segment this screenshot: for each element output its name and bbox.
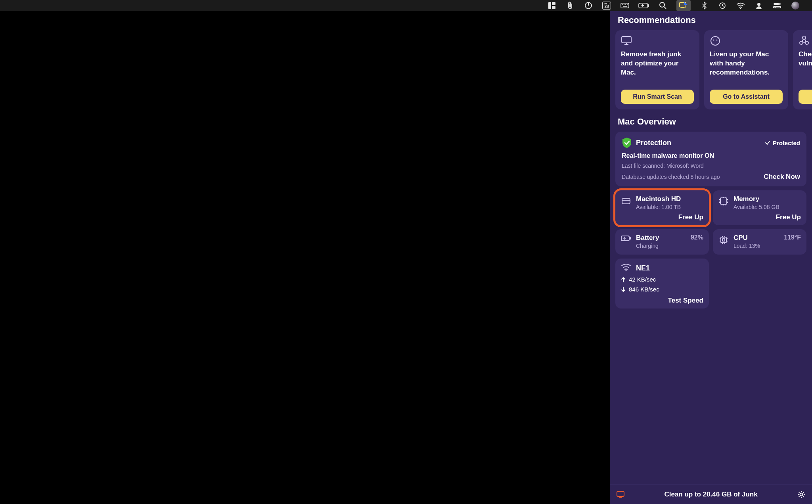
arrow-down-icon xyxy=(621,287,626,292)
calendar-dom: 28 xyxy=(603,5,611,9)
svg-rect-33 xyxy=(622,198,630,204)
svg-rect-49 xyxy=(630,237,631,240)
protection-label: Protection xyxy=(636,139,671,147)
battery-tile-icon xyxy=(621,235,631,245)
svg-rect-5 xyxy=(621,3,629,8)
overview-title: Mac Overview xyxy=(610,117,812,132)
svg-rect-48 xyxy=(621,236,629,241)
recommendation-card-assistant: Liven up your Mac with handy recommendat… xyxy=(704,30,788,109)
protection-last-scanned: Last file scanned: Microsoft Word xyxy=(622,163,800,169)
attachment-icon[interactable] xyxy=(565,0,575,11)
recommendation-text: Remove fresh junk and optimize your Mac. xyxy=(621,50,694,77)
memory-available: Available: 5.08 GB xyxy=(733,204,779,210)
svg-point-20 xyxy=(779,4,780,5)
svg-rect-1 xyxy=(552,2,555,5)
svg-rect-12 xyxy=(648,4,649,7)
battery-title: Battery xyxy=(636,234,659,242)
memory-free-up-button[interactable]: Free Up xyxy=(718,213,801,221)
macos-menubar: WED 28 xyxy=(0,0,812,11)
disk-tile[interactable]: Macintosh HD Available: 1.00 TB Free Up xyxy=(615,190,709,225)
svg-point-32 xyxy=(805,41,808,44)
cpu-sub: Load: 13% xyxy=(733,243,760,249)
svg-rect-50 xyxy=(721,237,726,243)
app-icon xyxy=(616,491,626,498)
disk-available: Available: 1.00 TB xyxy=(636,204,681,210)
calendar-icon[interactable]: WED 28 xyxy=(602,0,611,11)
svg-rect-35 xyxy=(720,198,727,204)
recommendation-text: Check your Mac for vulnerabilities. xyxy=(799,50,812,68)
cpu-metric: 119°F xyxy=(784,234,801,241)
svg-rect-0 xyxy=(548,2,551,9)
test-speed-button[interactable]: Test Speed xyxy=(621,297,703,305)
recommendation-card-junk: Remove fresh junk and optimize your Mac.… xyxy=(615,30,699,109)
svg-point-28 xyxy=(716,40,718,41)
svg-rect-51 xyxy=(722,239,725,241)
network-name: NE1 xyxy=(636,264,650,272)
protection-status: Protected xyxy=(765,140,800,146)
svg-point-22 xyxy=(775,7,776,8)
power-icon[interactable] xyxy=(584,0,593,11)
network-wifi-icon xyxy=(621,263,631,273)
panel-footer[interactable]: Clean up to 20.46 GB of Junk xyxy=(610,485,812,504)
spotlight-icon[interactable] xyxy=(658,0,668,11)
svg-point-17 xyxy=(740,8,741,9)
user-icon[interactable] xyxy=(754,0,764,11)
recommendations-row: Remove fresh junk and optimize your Mac.… xyxy=(610,30,812,109)
cleanmymac-icon[interactable] xyxy=(676,0,691,11)
face-icon xyxy=(710,36,721,46)
svg-point-64 xyxy=(800,493,803,496)
check-now-button[interactable]: Check Now xyxy=(764,173,800,181)
network-download: 846 KB/sec xyxy=(621,286,703,293)
recommendation-card-vuln: Check your Mac for vulnerabilities. Scan xyxy=(793,30,812,109)
bluetooth-icon[interactable] xyxy=(699,0,709,11)
recommendations-title: Recommendations xyxy=(610,15,812,30)
protection-card: Protection Protected Real-time malware m… xyxy=(615,132,806,186)
svg-line-14 xyxy=(664,7,666,9)
siri-icon[interactable] xyxy=(791,0,800,11)
disk-free-up-button[interactable]: Free Up xyxy=(621,213,703,221)
network-upload: 42 KB/sec xyxy=(621,276,703,283)
network-upload-value: 42 KB/sec xyxy=(629,276,656,283)
control-center-icon[interactable] xyxy=(772,0,782,11)
svg-rect-16 xyxy=(681,8,684,8)
memory-tile[interactable]: Memory Available: 5.08 GB Free Up xyxy=(713,190,806,225)
shield-icon xyxy=(622,137,632,148)
svg-rect-2 xyxy=(552,6,555,9)
disk-title: Macintosh HD xyxy=(636,195,681,203)
monitor-icon xyxy=(621,36,632,46)
settings-icon[interactable] xyxy=(797,490,806,499)
network-tile[interactable]: NE1 42 KB/sec 846 KB/sec Test Speed xyxy=(615,259,709,309)
recommendation-text: Liven up your Mac with handy recommendat… xyxy=(710,50,783,77)
go-to-assistant-button[interactable]: Go to Assistant xyxy=(710,90,783,104)
svg-point-31 xyxy=(800,41,803,44)
cpu-tile[interactable]: CPU Load: 13% 119°F xyxy=(713,229,806,255)
arrow-up-icon xyxy=(621,277,626,282)
cpu-title: CPU xyxy=(733,234,760,242)
svg-rect-61 xyxy=(617,491,624,496)
cleanmymac-panel: Recommendations Remove fresh junk and op… xyxy=(610,11,812,504)
footer-text: Clean up to 20.46 GB of Junk xyxy=(664,491,757,498)
protection-status-text: Protected xyxy=(773,140,800,146)
memory-title: Memory xyxy=(733,195,779,203)
network-download-value: 846 KB/sec xyxy=(629,286,659,293)
svg-point-30 xyxy=(802,36,806,39)
dashboard-icon[interactable] xyxy=(547,0,557,11)
battery-metric: 92% xyxy=(691,234,703,241)
scan-vuln-button[interactable]: Scan xyxy=(799,90,812,104)
svg-rect-62 xyxy=(619,497,622,498)
timemachine-icon[interactable] xyxy=(718,0,727,11)
battery-icon[interactable] xyxy=(638,0,649,11)
svg-rect-23 xyxy=(622,36,631,43)
keyboard-icon[interactable] xyxy=(620,0,630,11)
biohazard-icon xyxy=(799,36,810,46)
check-icon xyxy=(765,140,770,146)
svg-point-18 xyxy=(757,3,760,6)
wifi-icon[interactable] xyxy=(736,0,745,11)
disk-icon xyxy=(621,196,631,206)
svg-point-60 xyxy=(626,270,627,271)
run-smart-scan-button[interactable]: Run Smart Scan xyxy=(621,90,694,104)
memory-icon xyxy=(718,196,729,206)
protection-monitor-line: Real-time malware monitor ON xyxy=(622,152,800,159)
battery-tile[interactable]: Battery Charging 92% xyxy=(615,229,709,255)
protection-db-updates: Database updates checked 8 hours ago xyxy=(622,174,720,180)
